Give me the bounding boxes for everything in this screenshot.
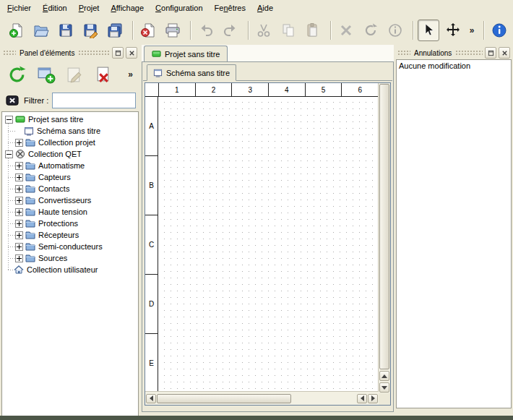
expand-toggle[interactable] (15, 220, 23, 228)
delete-selection-button[interactable] (335, 20, 357, 41)
scroll-left-button-2[interactable] (357, 394, 367, 403)
tree-item-automatisme[interactable]: Automatisme (2, 160, 138, 171)
tree-item-label: Contacts (38, 184, 69, 193)
float-window-icon[interactable] (485, 47, 496, 59)
scroll-left-button[interactable] (146, 394, 156, 403)
close-icon[interactable] (499, 47, 510, 59)
tree-item-projet-sans-titre[interactable]: Projet sans titre (2, 113, 138, 125)
filter-input[interactable] (52, 93, 136, 108)
save-button[interactable] (55, 20, 77, 41)
expand-toggle[interactable] (15, 139, 23, 147)
tree-item-protections[interactable]: Protections (2, 218, 138, 229)
expand-toggle[interactable] (15, 173, 23, 181)
collapse-toggle[interactable] (5, 116, 13, 124)
folder-icon (25, 253, 35, 263)
scroll-down-button[interactable] (379, 382, 389, 393)
toolbar-separator (190, 21, 191, 40)
reload-collections-button[interactable] (4, 62, 29, 87)
tree-item-semi-conducteurs[interactable]: Semi-conducteurs (2, 241, 138, 252)
delete-element-button[interactable] (91, 62, 116, 87)
tree-item-collection-qet[interactable]: Collection QET (2, 148, 138, 160)
arrow-right-icon (371, 395, 375, 401)
save-as-button[interactable] (79, 20, 101, 41)
menu-edition[interactable]: Édition (37, 1, 73, 14)
tab-projet-sans-titre[interactable]: Projet sans titre (144, 46, 228, 61)
tree-item-contacts[interactable]: Contacts (2, 183, 138, 194)
tree-item-label: Protections (38, 219, 78, 228)
tree-item-label: Collection utilisateur (27, 265, 98, 274)
scroll-right-button[interactable] (368, 394, 378, 403)
elements-panel-titlebar[interactable]: Panel d'éléments (1, 46, 139, 59)
visualisation-mode-button[interactable] (442, 20, 464, 41)
float-window-icon[interactable] (112, 47, 124, 59)
tree-item-label: Semi-conducteurs (38, 242, 103, 251)
horizontal-scrollbar[interactable] (145, 391, 379, 405)
tree-item-label: Projet sans titre (28, 115, 83, 124)
expand-toggle[interactable] (15, 231, 23, 239)
horizontal-scrollbar-thumb[interactable] (157, 394, 291, 403)
tab-schema-sans-titre[interactable]: Schéma sans titre (147, 64, 236, 81)
expand-toggle[interactable] (15, 185, 23, 193)
folder-icon (25, 230, 35, 240)
tree-item-collection-projet[interactable]: Collection projet (2, 137, 138, 148)
copy-button[interactable] (277, 20, 299, 41)
edit-element-button[interactable] (62, 62, 87, 87)
selection-properties-button[interactable] (384, 20, 406, 41)
row-header-e: E (145, 334, 158, 393)
print-button[interactable] (162, 20, 184, 41)
undo-panel-titlebar[interactable]: Annulations (396, 46, 512, 59)
grid-corner (145, 83, 159, 97)
menu-aide[interactable]: Aide (251, 1, 279, 14)
tree-item-label: Capteurs (38, 173, 71, 181)
row-header-c: C (145, 215, 158, 275)
scroll-up-button[interactable] (379, 371, 389, 381)
undo-button[interactable] (195, 20, 217, 41)
rotate-selection-button[interactable] (360, 20, 381, 41)
save-all-button[interactable] (104, 20, 126, 41)
menu-fenetres[interactable]: Fenêtres (209, 1, 251, 14)
collapse-toggle[interactable] (5, 150, 13, 158)
redo-button[interactable] (220, 20, 241, 41)
expand-toggle[interactable] (15, 208, 23, 216)
filter-label: Filtrer : (24, 96, 48, 105)
new-file-button[interactable] (6, 20, 27, 41)
project-icon (15, 114, 25, 124)
diagram-canvas[interactable] (159, 97, 379, 393)
diagram-view[interactable]: 123456 ABCDE (145, 82, 391, 406)
vertical-scrollbar-thumb[interactable] (379, 84, 389, 369)
filter-clear-button[interactable] (4, 93, 20, 108)
tree-item-collection-utilisateur[interactable]: Collection utilisateur (2, 264, 138, 275)
menu-affichage[interactable]: Affichage (105, 1, 150, 14)
close-icon[interactable] (126, 47, 137, 59)
tree-item-schema-sans-titre[interactable]: Schéma sans titre (2, 125, 138, 137)
menu-configuration[interactable]: Configuration (150, 1, 208, 14)
tree-item-sources[interactable]: Sources (2, 252, 138, 264)
about-button[interactable] (488, 20, 510, 41)
menu-projet[interactable]: Projet (73, 1, 105, 14)
tree-item-label: Automatisme (38, 161, 85, 170)
tree-item-haute-tension[interactable]: Haute tension (2, 206, 138, 218)
tree-item-capteurs[interactable]: Capteurs (2, 171, 138, 183)
expand-toggle[interactable] (15, 197, 23, 205)
row-header-d: D (145, 275, 158, 334)
close-file-button[interactable] (137, 20, 159, 41)
qet-icon (15, 149, 25, 159)
tree-item-convertisseurs[interactable]: Convertisseurs (2, 194, 138, 206)
column-header-4: 4 (269, 83, 306, 96)
arrow-up-icon (381, 374, 387, 378)
expand-toggle[interactable] (15, 243, 23, 251)
undo-list-empty: Aucune modification (399, 61, 509, 70)
menu-fichier[interactable]: Fichier (1, 1, 37, 14)
selection-mode-button[interactable] (418, 20, 439, 41)
tree-item-recepteurs[interactable]: Récepteurs (2, 229, 138, 241)
expand-toggle[interactable] (15, 254, 23, 262)
elements-toolbar-overflow[interactable]: » (128, 69, 136, 80)
elements-panel-toolbar: » (1, 59, 139, 90)
vertical-scrollbar[interactable] (378, 83, 390, 393)
paste-button[interactable] (302, 20, 324, 41)
open-file-button[interactable] (30, 20, 52, 41)
new-element-button[interactable] (33, 62, 58, 87)
expand-toggle[interactable] (15, 162, 23, 170)
cut-button[interactable] (253, 20, 275, 41)
toolbar-extension-button[interactable]: » (467, 20, 477, 41)
